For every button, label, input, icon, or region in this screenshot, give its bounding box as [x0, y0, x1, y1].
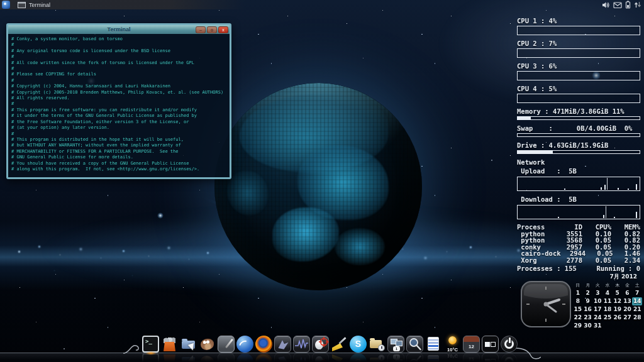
calendar-day: 21: [632, 305, 642, 314]
dock-item-task-list[interactable]: [425, 336, 442, 353]
clock-widget: [520, 280, 572, 331]
upload-graph: [517, 177, 640, 191]
drive-bar: [517, 150, 640, 154]
memory-label: Memory : 471MiB/3.86GiB 11%: [517, 107, 640, 115]
dock-item-firefox[interactable]: [255, 336, 272, 353]
process-footer: Processes : 155 Running : 0: [517, 265, 640, 272]
analog-clock-icon: [520, 280, 572, 328]
dock-item-screen-locator[interactable]: [312, 336, 329, 353]
network-updown-icon[interactable]: [634, 1, 641, 9]
dock-item-shutdown[interactable]: [501, 336, 518, 353]
memory-bar: [517, 116, 640, 120]
cpu2-bar: [517, 48, 640, 58]
temperature-label: 10°C: [444, 347, 461, 353]
calendar-day: 18: [602, 305, 613, 314]
dock-left-curl: [123, 339, 143, 354]
calendar-day: 3: [592, 289, 602, 297]
terminal-titlebar[interactable]: Terminal – o x: [8, 25, 230, 34]
volume-icon[interactable]: [602, 1, 610, 9]
dock-baseline: [0, 353, 644, 362]
sun-icon: [448, 336, 457, 344]
processes-total: Processes : 155: [517, 265, 577, 272]
calendar-day: 6: [623, 289, 633, 297]
upload-label: Upload : 5B: [517, 167, 640, 175]
menu-icon[interactable]: [2, 1, 10, 9]
calendar-day: 29: [573, 322, 583, 330]
taskbar-item-terminal[interactable]: Terminal: [14, 0, 55, 9]
cpu2-label: CPU 2 : 7%: [517, 40, 640, 47]
dock-item-skype[interactable]: S: [350, 336, 367, 353]
terminal-window: Terminal – o x # Conky, a system monitor…: [6, 23, 231, 179]
calendar-day-today: 14: [632, 297, 642, 305]
calendar-day: 12: [613, 297, 623, 305]
calendar-day: 30: [583, 322, 593, 330]
minimize-button[interactable]: –: [196, 26, 206, 33]
process-header-row: Process ID CPU% MEM%: [517, 224, 640, 231]
dock-item-search-history[interactable]: [406, 336, 423, 353]
dock-item-gimp[interactable]: [199, 336, 216, 353]
calendar-widget: 7月 2012 日月火水木金土 1 2 3 4 5 6 7 8 9 10 11 …: [573, 273, 642, 330]
dock-item-file-manager[interactable]: [180, 336, 197, 353]
process-row: Xorg 2778 0.05 2.34: [517, 257, 640, 264]
dock-item-text-editor[interactable]: [218, 336, 235, 353]
cpu1-bar: [517, 26, 640, 35]
swap-label: Swap : 0B/4.00GiB 0%: [517, 124, 640, 132]
active-indicator: [145, 351, 157, 355]
crosshair-icon: [313, 336, 330, 353]
calendar-day: 20: [623, 305, 633, 314]
cpu4-label: CPU 4 : 5%: [517, 85, 640, 92]
calendar-day: 23: [583, 314, 593, 322]
terminal-content[interactable]: # Conky, a system monitor, based on tors…: [8, 34, 230, 175]
dock-item-date-applet[interactable]: 12: [463, 336, 480, 353]
waveform-icon: [294, 336, 309, 352]
cpu4-bar: [517, 94, 640, 103]
window-icon: [18, 2, 26, 8]
dock-item-media-player[interactable]: [274, 336, 291, 353]
calendar-day: 4: [602, 289, 613, 297]
battery-icon[interactable]: [625, 1, 631, 9]
calendar-day: 1: [573, 289, 583, 297]
cpu3-bar: [517, 71, 640, 80]
dock-item-terminal[interactable]: >_: [142, 336, 159, 353]
dock-item-software-center[interactable]: [161, 336, 178, 353]
conky-monitor: CPU 1 : 4% CPU 2 : 7% CPU 3 : 6% CPU 4 :…: [517, 17, 640, 272]
dock: >_: [142, 333, 518, 353]
calendar-day: 27: [623, 314, 633, 322]
calendar-day: 31: [592, 322, 602, 330]
calendar-day: 11: [602, 297, 613, 305]
drive-label: Drive : 4.63GiB/15.9GiB: [517, 141, 640, 149]
desktop: Terminal Terminal – o x: [0, 0, 644, 362]
calendar-day: 22: [573, 314, 583, 322]
dock-item-bleachbit[interactable]: [331, 336, 348, 353]
processes-running: Running : 0: [596, 265, 640, 272]
network-title: Network: [517, 158, 640, 166]
count-badge: 1: [393, 346, 400, 351]
calendar-day: 7: [632, 289, 642, 297]
download-graph: [517, 205, 640, 219]
dock-item-workspace-switcher[interactable]: [482, 336, 499, 353]
swap-bar: [517, 133, 640, 137]
dock-item-thunderbird[interactable]: [236, 336, 253, 353]
clock-icon: [378, 344, 385, 351]
calendar-day: 9: [583, 297, 593, 305]
system-tray: [602, 1, 641, 9]
dock-item-recent-documents[interactable]: [369, 336, 386, 353]
dock-item-weather[interactable]: 10°C: [444, 336, 461, 353]
thunderbird-icon: [237, 338, 253, 354]
broom-icon: [332, 343, 343, 351]
broom-handle: [338, 337, 346, 344]
skype-letter: S: [355, 339, 361, 349]
maximize-button[interactable]: o: [207, 26, 217, 33]
cpu3-label: CPU 3 : 6%: [517, 62, 640, 70]
dock-right-curl: [516, 344, 541, 361]
calendar-day: 2: [583, 289, 593, 297]
dock-item-screenshot-tool[interactable]: 1: [387, 336, 404, 353]
power-icon-bar: [509, 337, 511, 343]
gimp-icon: [201, 339, 214, 350]
dock-item-system-monitor[interactable]: [293, 336, 310, 353]
mail-icon[interactable]: [613, 1, 622, 9]
earth-globe-wallpaper: [214, 83, 422, 290]
close-button[interactable]: x: [218, 26, 228, 33]
list-icon: [428, 337, 439, 351]
pencil-icon: [225, 339, 233, 348]
